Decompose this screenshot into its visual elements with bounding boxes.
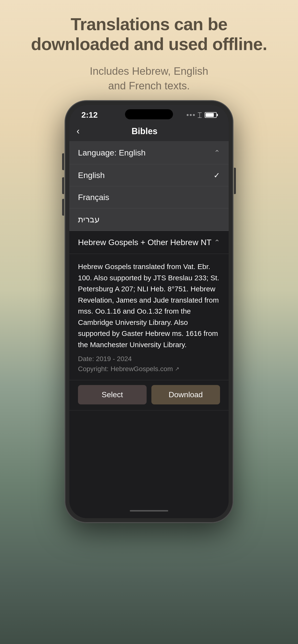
language-item-french[interactable]: Français	[69, 186, 229, 208]
phone-screen: 2:12 ⌶ ‹	[69, 105, 229, 518]
back-button[interactable]: ‹	[77, 127, 80, 136]
bible-desc-text: Hebrew Gospels translated from Vat. Ebr.…	[78, 261, 220, 350]
bible-copyright: Copyright: HebrewGospels.com ↗	[78, 365, 220, 373]
action-buttons: Select Download	[69, 380, 229, 410]
language-header[interactable]: Language: English ⌃	[69, 141, 229, 164]
language-item-hebrew[interactable]: עברית	[69, 208, 229, 231]
bible-date: Date: 2019 - 2024	[78, 355, 220, 363]
language-french-label: Français	[78, 192, 109, 202]
bible-description: Hebrew Gospels translated from Vat. Ebr.…	[69, 254, 229, 380]
external-link-icon: ↗	[175, 366, 179, 372]
language-item-english[interactable]: English ✓	[69, 164, 229, 186]
dynamic-island	[125, 109, 173, 119]
bible-title: Hebrew Gospels + Other Hebrew NT	[78, 238, 211, 247]
bible-section-header[interactable]: Hebrew Gospels + Other Hebrew NT ⌃	[69, 231, 229, 254]
checkmark-icon: ✓	[214, 171, 220, 180]
language-hebrew-label: עברית	[78, 215, 100, 224]
download-button[interactable]: Download	[152, 385, 220, 404]
home-indicator	[69, 506, 229, 518]
page-subtitle: Includes Hebrew, English and French text…	[19, 64, 279, 93]
phone-frame: 2:12 ⌶ ‹	[65, 100, 233, 522]
bottom-content-area	[69, 410, 229, 506]
status-time: 2:12	[81, 110, 98, 120]
page-header: Translations can be downloaded and used …	[0, 14, 298, 93]
wifi-icon: ⌶	[198, 111, 202, 119]
nav-title: Bibles	[80, 126, 209, 136]
select-button[interactable]: Select	[78, 385, 146, 404]
status-icons: ⌶	[187, 111, 217, 119]
bible-chevron-up-icon: ⌃	[214, 238, 220, 246]
signal-icon	[187, 114, 195, 116]
language-header-label: Language: English	[78, 148, 146, 158]
battery-icon	[205, 112, 217, 118]
page-title: Translations can be downloaded and used …	[19, 14, 279, 54]
nav-bar: ‹ Bibles	[69, 122, 229, 141]
back-chevron-icon: ‹	[77, 126, 80, 136]
status-bar: 2:12 ⌶	[69, 105, 229, 122]
chevron-up-icon: ⌃	[214, 148, 220, 157]
copyright-link[interactable]: HebrewGospels.com	[111, 365, 173, 373]
copyright-prefix: Copyright:	[78, 365, 109, 373]
phone-mockup: 2:12 ⌶ ‹	[65, 100, 233, 522]
home-bar	[130, 510, 168, 512]
language-english-label: English	[78, 170, 105, 180]
